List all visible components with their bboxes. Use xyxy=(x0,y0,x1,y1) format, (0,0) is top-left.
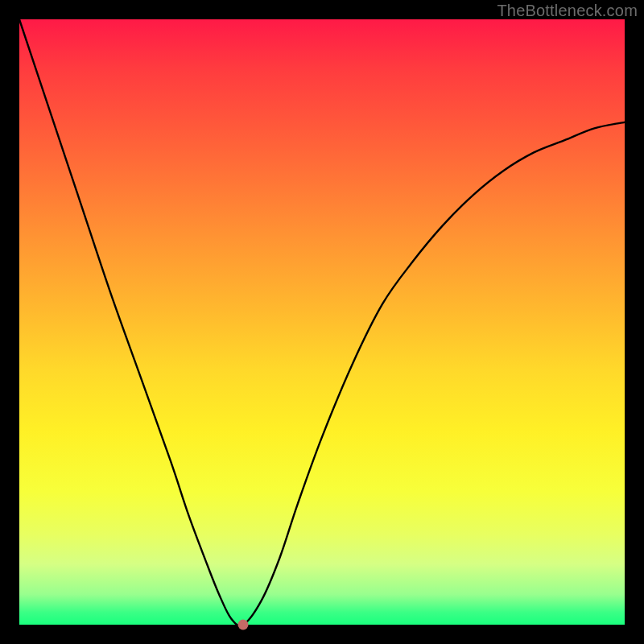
plot-area xyxy=(19,19,625,625)
curve-minimum-marker xyxy=(238,620,249,630)
watermark-text: TheBottleneck.com xyxy=(497,2,638,20)
chart-frame: TheBottleneck.com xyxy=(0,0,644,644)
bottleneck-curve-path xyxy=(19,19,625,625)
curve-svg xyxy=(19,19,625,625)
